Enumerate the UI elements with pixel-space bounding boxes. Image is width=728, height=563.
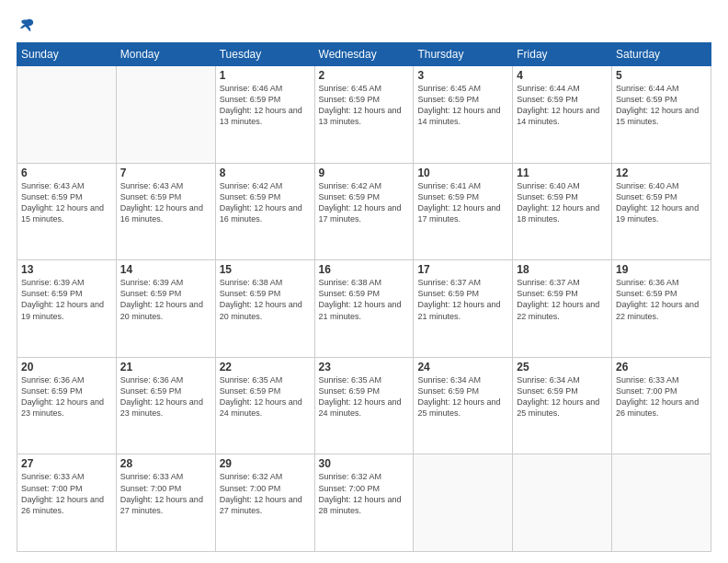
calendar-week-3: 20Sunrise: 6:36 AM Sunset: 6:59 PM Dayli… xyxy=(17,357,711,454)
day-info: Sunrise: 6:32 AM Sunset: 7:00 PM Dayligh… xyxy=(319,471,410,516)
day-number: 24 xyxy=(417,361,508,373)
calendar-cell: 18Sunrise: 6:37 AM Sunset: 6:59 PM Dayli… xyxy=(513,260,612,358)
day-info: Sunrise: 6:43 AM Sunset: 6:59 PM Dayligh… xyxy=(21,180,112,225)
day-info: Sunrise: 6:34 AM Sunset: 6:59 PM Dayligh… xyxy=(417,374,508,419)
calendar-cell: 13Sunrise: 6:39 AM Sunset: 6:59 PM Dayli… xyxy=(17,260,117,358)
day-info: Sunrise: 6:33 AM Sunset: 7:00 PM Dayligh… xyxy=(616,374,707,419)
day-info: Sunrise: 6:38 AM Sunset: 6:59 PM Dayligh… xyxy=(319,277,410,322)
day-info: Sunrise: 6:37 AM Sunset: 6:59 PM Dayligh… xyxy=(417,277,508,322)
day-number: 8 xyxy=(220,167,311,179)
day-info: Sunrise: 6:36 AM Sunset: 6:59 PM Dayligh… xyxy=(21,374,112,419)
calendar-cell: 14Sunrise: 6:39 AM Sunset: 6:59 PM Dayli… xyxy=(116,260,215,358)
calendar-cell: 10Sunrise: 6:41 AM Sunset: 6:59 PM Dayli… xyxy=(414,163,513,260)
calendar-cell: 27Sunrise: 6:33 AM Sunset: 7:00 PM Dayli… xyxy=(17,454,117,552)
day-info: Sunrise: 6:45 AM Sunset: 6:59 PM Dayligh… xyxy=(417,83,508,128)
calendar-cell: 7Sunrise: 6:43 AM Sunset: 6:59 PM Daylig… xyxy=(116,163,215,260)
day-info: Sunrise: 6:41 AM Sunset: 6:59 PM Dayligh… xyxy=(417,180,508,225)
calendar-cell: 24Sunrise: 6:34 AM Sunset: 6:59 PM Dayli… xyxy=(414,357,513,454)
calendar-week-2: 13Sunrise: 6:39 AM Sunset: 6:59 PM Dayli… xyxy=(17,260,711,358)
day-info: Sunrise: 6:40 AM Sunset: 6:59 PM Dayligh… xyxy=(616,180,707,225)
day-number: 19 xyxy=(616,263,707,276)
page: SundayMondayTuesdayWednesdayThursdayFrid… xyxy=(0,0,728,563)
calendar-cell xyxy=(414,454,513,552)
calendar-cell: 22Sunrise: 6:35 AM Sunset: 6:59 PM Dayli… xyxy=(215,357,314,454)
calendar-cell: 26Sunrise: 6:33 AM Sunset: 7:00 PM Dayli… xyxy=(612,357,711,454)
day-info: Sunrise: 6:39 AM Sunset: 6:59 PM Dayligh… xyxy=(21,277,112,322)
calendar-cell: 17Sunrise: 6:37 AM Sunset: 6:59 PM Dayli… xyxy=(414,260,513,358)
day-info: Sunrise: 6:44 AM Sunset: 6:59 PM Dayligh… xyxy=(616,83,707,128)
calendar-cell: 1Sunrise: 6:46 AM Sunset: 6:59 PM Daylig… xyxy=(215,66,314,164)
day-header-monday: Monday xyxy=(116,43,215,66)
day-number: 23 xyxy=(319,361,410,373)
logo-bird-icon xyxy=(18,17,35,33)
day-number: 11 xyxy=(517,167,608,179)
calendar-header-row: SundayMondayTuesdayWednesdayThursdayFrid… xyxy=(17,43,711,66)
day-header-saturday: Saturday xyxy=(612,43,711,66)
calendar-cell: 15Sunrise: 6:38 AM Sunset: 6:59 PM Dayli… xyxy=(215,260,314,358)
day-number: 3 xyxy=(417,69,508,82)
day-info: Sunrise: 6:44 AM Sunset: 6:59 PM Dayligh… xyxy=(517,83,608,128)
day-number: 14 xyxy=(120,263,211,276)
day-number: 29 xyxy=(220,457,311,470)
day-info: Sunrise: 6:43 AM Sunset: 6:59 PM Dayligh… xyxy=(120,180,211,225)
calendar-cell: 25Sunrise: 6:34 AM Sunset: 6:59 PM Dayli… xyxy=(513,357,612,454)
day-info: Sunrise: 6:40 AM Sunset: 6:59 PM Dayligh… xyxy=(517,180,608,225)
day-number: 22 xyxy=(220,361,311,373)
day-info: Sunrise: 6:38 AM Sunset: 6:59 PM Dayligh… xyxy=(220,277,311,322)
calendar-cell xyxy=(513,454,612,552)
calendar-cell: 2Sunrise: 6:45 AM Sunset: 6:59 PM Daylig… xyxy=(314,66,414,164)
calendar-cell: 23Sunrise: 6:35 AM Sunset: 6:59 PM Dayli… xyxy=(314,357,414,454)
day-info: Sunrise: 6:42 AM Sunset: 6:59 PM Dayligh… xyxy=(220,180,311,225)
day-info: Sunrise: 6:36 AM Sunset: 6:59 PM Dayligh… xyxy=(616,277,707,322)
day-number: 17 xyxy=(417,263,508,276)
calendar-cell: 16Sunrise: 6:38 AM Sunset: 6:59 PM Dayli… xyxy=(314,260,414,358)
calendar-cell: 20Sunrise: 6:36 AM Sunset: 6:59 PM Dayli… xyxy=(17,357,117,454)
day-header-friday: Friday xyxy=(513,43,612,66)
day-number: 13 xyxy=(21,263,112,276)
day-info: Sunrise: 6:39 AM Sunset: 6:59 PM Dayligh… xyxy=(120,277,211,322)
calendar-cell: 28Sunrise: 6:33 AM Sunset: 7:00 PM Dayli… xyxy=(116,454,215,552)
day-number: 1 xyxy=(220,69,311,82)
calendar-cell: 3Sunrise: 6:45 AM Sunset: 6:59 PM Daylig… xyxy=(414,66,513,164)
day-number: 7 xyxy=(120,167,211,179)
calendar-cell: 29Sunrise: 6:32 AM Sunset: 7:00 PM Dayli… xyxy=(215,454,314,552)
day-number: 27 xyxy=(21,457,112,470)
day-info: Sunrise: 6:45 AM Sunset: 6:59 PM Dayligh… xyxy=(319,83,410,128)
day-info: Sunrise: 6:37 AM Sunset: 6:59 PM Dayligh… xyxy=(517,277,608,322)
day-number: 12 xyxy=(616,167,707,179)
day-header-wednesday: Wednesday xyxy=(314,43,414,66)
day-info: Sunrise: 6:33 AM Sunset: 7:00 PM Dayligh… xyxy=(21,471,112,516)
day-number: 21 xyxy=(120,361,211,373)
calendar-week-1: 6Sunrise: 6:43 AM Sunset: 6:59 PM Daylig… xyxy=(17,163,711,260)
day-info: Sunrise: 6:35 AM Sunset: 6:59 PM Dayligh… xyxy=(319,374,410,419)
calendar-cell: 5Sunrise: 6:44 AM Sunset: 6:59 PM Daylig… xyxy=(612,66,711,164)
day-number: 28 xyxy=(120,457,211,470)
day-info: Sunrise: 6:34 AM Sunset: 6:59 PM Dayligh… xyxy=(517,374,608,419)
day-number: 20 xyxy=(21,361,112,373)
day-number: 15 xyxy=(220,263,311,276)
calendar-cell xyxy=(17,66,117,164)
calendar-cell: 8Sunrise: 6:42 AM Sunset: 6:59 PM Daylig… xyxy=(215,163,314,260)
day-info: Sunrise: 6:36 AM Sunset: 6:59 PM Dayligh… xyxy=(120,374,211,419)
day-number: 26 xyxy=(616,361,707,373)
calendar-cell: 6Sunrise: 6:43 AM Sunset: 6:59 PM Daylig… xyxy=(17,163,117,260)
day-header-tuesday: Tuesday xyxy=(215,43,314,66)
day-header-sunday: Sunday xyxy=(17,43,117,66)
calendar-cell: 9Sunrise: 6:42 AM Sunset: 6:59 PM Daylig… xyxy=(314,163,414,260)
calendar-cell: 4Sunrise: 6:44 AM Sunset: 6:59 PM Daylig… xyxy=(513,66,612,164)
day-number: 6 xyxy=(21,167,112,179)
calendar-cell: 21Sunrise: 6:36 AM Sunset: 6:59 PM Dayli… xyxy=(116,357,215,454)
day-number: 10 xyxy=(417,167,508,179)
calendar-cell: 11Sunrise: 6:40 AM Sunset: 6:59 PM Dayli… xyxy=(513,163,612,260)
calendar-cell: 30Sunrise: 6:32 AM Sunset: 7:00 PM Dayli… xyxy=(314,454,414,552)
day-number: 30 xyxy=(319,457,410,470)
day-info: Sunrise: 6:42 AM Sunset: 6:59 PM Dayligh… xyxy=(319,180,410,225)
calendar-cell: 12Sunrise: 6:40 AM Sunset: 6:59 PM Dayli… xyxy=(612,163,711,260)
calendar-cell xyxy=(116,66,215,164)
day-number: 16 xyxy=(319,263,410,276)
calendar-cell: 19Sunrise: 6:36 AM Sunset: 6:59 PM Dayli… xyxy=(612,260,711,358)
day-header-thursday: Thursday xyxy=(414,43,513,66)
calendar-week-0: 1Sunrise: 6:46 AM Sunset: 6:59 PM Daylig… xyxy=(17,66,711,164)
calendar-cell xyxy=(612,454,711,552)
day-number: 9 xyxy=(319,167,410,179)
